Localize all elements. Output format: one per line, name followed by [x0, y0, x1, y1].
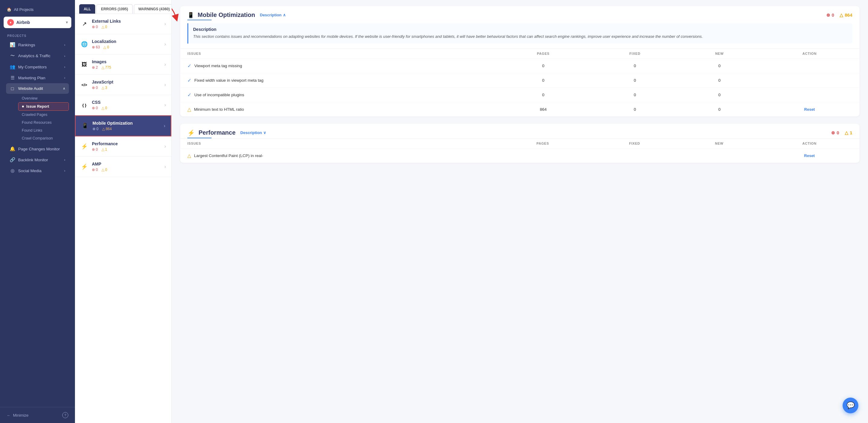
warn-icon: △: [101, 147, 104, 151]
amp-icon: ⚡: [81, 163, 88, 170]
warn-count: △ 0: [103, 45, 109, 49]
mobile-name: Mobile Optimization: [92, 121, 160, 125]
javascript-name: JavaScript: [92, 80, 161, 84]
mobile-section-title: Mobile Optimization: [198, 11, 255, 19]
reset-button[interactable]: Reset: [804, 107, 815, 112]
check-icon: ✓: [187, 92, 191, 98]
pages-value: [495, 148, 590, 163]
sidebar-item-backlink-monitor[interactable]: 🔗 Backlink Monitor ›: [6, 154, 69, 165]
performance-section-icon: ⚡: [187, 129, 195, 137]
arrow-icon: ›: [164, 62, 166, 67]
category-item-javascript[interactable]: </> JavaScript ⊗ 0 △ 3 ›: [75, 75, 172, 95]
tab-errors[interactable]: ERRORS (1095): [96, 4, 132, 13]
category-item-mobile-optimization[interactable]: 📱 Mobile Optimization ⊗ 0 △ 864 ›: [75, 115, 172, 137]
mobile-icon: 📱: [81, 122, 89, 129]
col-fixed: FIXED: [590, 138, 679, 148]
error-count: ⊗ 0: [92, 127, 98, 131]
sidebar-item-social-media[interactable]: ◎ Social Media ›: [6, 165, 69, 176]
chevron-icon: ›: [64, 43, 65, 47]
javascript-icon: </>: [81, 83, 88, 87]
reset-button[interactable]: Reset: [804, 153, 815, 158]
fixed-value: 0: [591, 102, 679, 116]
sidebar-item-rankings[interactable]: 📊 Rankings ›: [6, 39, 69, 50]
subnav-item-crawled-pages[interactable]: Crawled Pages: [18, 111, 69, 119]
action-cell: [760, 87, 860, 102]
issue-name: Fixed width value in viewport meta tag: [194, 78, 264, 83]
minimize-button[interactable]: ← Minimize ?: [4, 410, 71, 420]
subnav-item-found-resources[interactable]: Found Resources: [18, 119, 69, 126]
rankings-label: Rankings: [18, 43, 35, 47]
main-content: ALL ERRORS (1095) WARNINGS (4360) NOTICE…: [75, 0, 868, 423]
social-label: Social Media: [18, 169, 41, 173]
arrow-icon: ›: [164, 41, 166, 47]
social-icon: ◎: [10, 168, 15, 173]
issue-report-label: Issue Report: [26, 104, 49, 109]
tab-warnings[interactable]: WARNINGS (4360): [134, 4, 172, 13]
description-toggle-performance[interactable]: Description ∨: [240, 131, 266, 135]
category-item-images[interactable]: 🖼 Images ⊗ 2 △ 775 ›: [75, 54, 172, 75]
javascript-counts: ⊗ 0 △ 3: [92, 86, 161, 90]
desc-text: This section contains issues and recomme…: [193, 34, 847, 40]
tab-all[interactable]: ALL: [79, 4, 95, 13]
pages-value: 0: [496, 87, 591, 102]
localization-icon: 🌐: [81, 41, 88, 48]
error-icon: ⊗: [92, 86, 95, 90]
sidebar-item-my-competitors[interactable]: 👥 My Competitors ›: [6, 61, 69, 72]
category-item-performance[interactable]: ⚡ Performance ⊗ 0 △ 1 ›: [75, 137, 172, 157]
action-cell[interactable]: Reset: [759, 148, 860, 163]
section-warn-count: △ 1: [845, 130, 852, 136]
performance-counts: ⊗ 0 △ 1: [92, 147, 161, 151]
description-toggle-mobile[interactable]: Description ∧: [260, 13, 286, 17]
category-item-css[interactable]: { } CSS ⊗ 0 △ 0 ›: [75, 95, 172, 115]
sidebar-item-marketing-plan[interactable]: ☰ Marketing Plan ›: [6, 72, 69, 83]
sidebar-item-website-audit[interactable]: □ Website Audit ∧: [6, 83, 69, 94]
check-icon: ✓: [187, 78, 191, 83]
sidebar-bottom: ← Minimize ?: [0, 407, 75, 423]
category-item-amp[interactable]: ⚡ AMP ⊗ 0 △ 0 ›: [75, 157, 172, 177]
main-nav: 📊 Rankings › 〜 Analytics & Traffic › 👥 M…: [4, 39, 71, 176]
category-list: ↗ External Links ⊗ 0 △ 0 › 🌐 Localizatio…: [75, 14, 172, 177]
subnav-item-issue-report[interactable]: Issue Report: [18, 102, 69, 111]
chat-bubble[interactable]: 💬: [843, 398, 858, 413]
error-count: ⊗ 0: [92, 168, 98, 172]
issue-name: Use of incompatible plugins: [194, 92, 244, 97]
overview-label: Overview: [22, 96, 37, 101]
sidebar-item-page-changes-monitor[interactable]: 🔔 Page Changes Monitor: [6, 143, 69, 154]
chevron-up-icon: ∧: [283, 13, 286, 17]
error-icon: ⊗: [92, 25, 95, 29]
error-count: ⊗ 0: [92, 106, 98, 110]
amp-counts: ⊗ 0 △ 0: [92, 168, 161, 172]
section-counts-mobile: ⊗ 0 △ 864: [826, 12, 852, 18]
all-projects-button[interactable]: 🏠 All Projects: [4, 5, 71, 14]
error-count: ⊗ 0: [92, 25, 98, 29]
rankings-icon: 📊: [10, 42, 15, 48]
performance-issues-table: ISSUES PAGES FIXED NEW ACTION △ Largest …: [180, 138, 860, 163]
project-selector[interactable]: ♦ Airbnb ▾: [4, 17, 71, 28]
all-projects-label: All Projects: [14, 7, 34, 12]
warn-icon: △: [101, 25, 104, 29]
section-error-count: ⊗ 0: [831, 130, 839, 136]
project-icon: ♦: [7, 19, 14, 26]
fixed-value: 0: [591, 58, 679, 73]
action-cell[interactable]: Reset: [760, 102, 860, 116]
category-item-localization[interactable]: 🌐 Localization ⊗ 63 △ 0 ›: [75, 34, 172, 54]
subnav-item-crawl-comparison[interactable]: Crawl Comparison: [18, 134, 69, 142]
new-value: [679, 148, 760, 163]
project-name: Airbnb: [16, 20, 30, 25]
pages-value: 864: [496, 102, 591, 116]
col-pages: PAGES: [495, 138, 590, 148]
issue-name: Minimum text to HTML ratio: [194, 107, 244, 112]
found-links-label: Found Links: [22, 128, 42, 133]
category-item-external-links[interactable]: ↗ External Links ⊗ 0 △ 0 ›: [75, 14, 172, 34]
table-row: △ Minimum text to HTML ratio 864 0 0 Res…: [180, 102, 860, 116]
col-new: NEW: [679, 49, 760, 58]
section-label: PROJECTS: [4, 33, 71, 39]
javascript-info: JavaScript ⊗ 0 △ 3: [92, 80, 161, 90]
sidebar: 🏠 All Projects ♦ Airbnb ▾ PROJECTS 📊 Ran…: [0, 0, 75, 423]
sidebar-item-analytics-traffic[interactable]: 〜 Analytics & Traffic ›: [6, 50, 69, 61]
subnav-item-found-links[interactable]: Found Links: [18, 126, 69, 134]
col-action: ACTION: [760, 49, 860, 58]
warn-icon: △: [101, 65, 104, 69]
help-icon[interactable]: ?: [62, 412, 68, 418]
subnav-item-overview[interactable]: Overview: [18, 94, 69, 102]
